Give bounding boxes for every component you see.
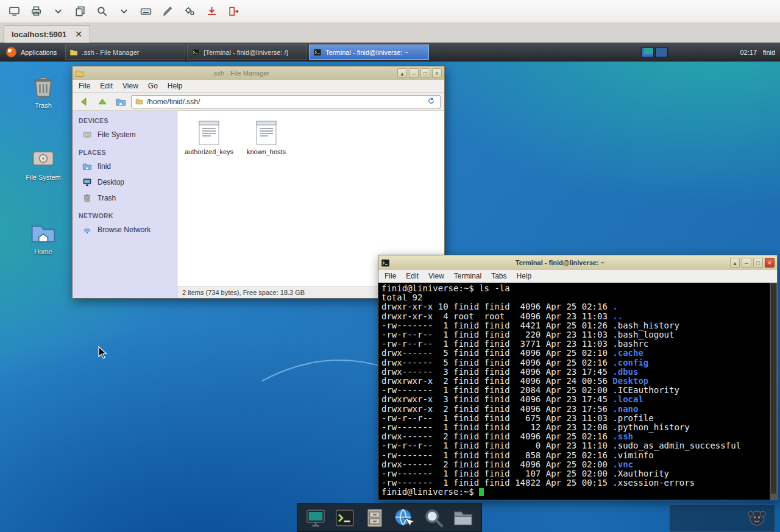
zoom-icon[interactable] (93, 2, 111, 21)
close-icon[interactable]: × (432, 68, 442, 78)
shade-icon[interactable]: ▴ (730, 258, 740, 268)
menu-item-view[interactable]: View (122, 82, 138, 90)
menu-item-file[interactable]: File (385, 272, 396, 280)
terminal-output-line: -rw------- 1 finid finid 2084 Apr 25 02:… (381, 386, 767, 395)
terminal-titlebar[interactable]: Terminal - finid@liniverse: ~ ▴–□× (378, 255, 777, 270)
browser-icon[interactable] (392, 506, 416, 530)
new-connection-icon[interactable] (27, 2, 45, 21)
menu-item-terminal[interactable]: Terminal (454, 272, 481, 280)
files-icon[interactable] (452, 506, 475, 530)
task-label: [Terminal - finid@liniverse: /] (204, 49, 288, 56)
sidebar-item-desktop[interactable]: Desktop (73, 174, 177, 190)
menu-item-edit[interactable]: Edit (100, 82, 113, 90)
chevron-down-icon[interactable] (115, 2, 133, 21)
terminal-output-line: -rw-r--r-- 1 finid finid 220 Apr 23 11:0… (381, 330, 767, 339)
minimize-icon[interactable]: – (409, 68, 419, 78)
scrollbar-thumb[interactable] (771, 283, 776, 494)
maximize-icon[interactable]: □ (753, 258, 763, 268)
workspace-2[interactable] (655, 48, 668, 57)
applications-menu[interactable]: Applications (0, 43, 63, 62)
workspace-1[interactable] (641, 48, 654, 57)
keyboard-icon[interactable] (136, 2, 155, 21)
menu-item-view[interactable]: View (428, 272, 444, 280)
terminal-prompt: finid@liniverse:~$ (381, 283, 474, 293)
terminal-icon (381, 258, 390, 268)
menu-item-help[interactable]: Help (517, 272, 532, 280)
file-manager-titlebar[interactable]: .ssh - File Manager ▴–□× (73, 66, 444, 80)
taskbar-item[interactable]: .ssh - File Manager (65, 44, 185, 60)
sidebar-item-browse-network[interactable]: Browse Network (73, 222, 177, 238)
taskbar-item[interactable]: [Terminal - finid@liniverse: /] (187, 44, 307, 60)
desktop-icon-file-system[interactable]: File System (18, 145, 68, 181)
terminal-title: Terminal - finid@liniverse: ~ (392, 259, 728, 266)
trash-icon (82, 193, 92, 203)
home-button[interactable] (113, 94, 129, 109)
terminal-filename: .. (612, 311, 623, 321)
duplicate-icon[interactable] (71, 2, 89, 21)
taskbar-item[interactable]: Terminal - finid@liniverse: ~ (309, 44, 429, 60)
workspace-switcher[interactable] (641, 48, 668, 57)
file-item[interactable]: authorized_keys (182, 121, 236, 155)
desktop-icon-trash[interactable]: Trash (18, 73, 68, 109)
vnc-viewer-toolbar (0, 0, 780, 23)
terminal-filename: . (612, 302, 617, 311)
screen: localhost:5901 ✕ Applications .ssh - Fil… (0, 0, 780, 532)
terminal-filename: .bash_history (612, 321, 679, 330)
filecabinet-icon[interactable] (363, 506, 386, 530)
refresh-icon[interactable] (427, 97, 436, 106)
mouse-cursor (98, 346, 110, 360)
up-button[interactable] (94, 94, 110, 109)
terminal-scrollbar[interactable] (770, 283, 777, 500)
settings-icon[interactable] (180, 2, 199, 21)
quit-icon[interactable] (224, 2, 243, 21)
terminal-filename: .sudo_as_admin_successful (612, 441, 741, 450)
shade-icon[interactable]: ▴ (397, 68, 407, 78)
disconnect-icon[interactable] (202, 2, 221, 21)
chevron-down-icon[interactable] (49, 2, 67, 21)
file-manager-title: .ssh - File Manager (87, 69, 395, 77)
terminal-icon[interactable] (333, 506, 356, 530)
task-label: Terminal - finid@liniverse: ~ (325, 49, 408, 56)
close-icon[interactable]: × (765, 258, 775, 268)
remote-desktop[interactable]: Applications .ssh - File Manager[Termina… (0, 43, 780, 532)
terminal-menubar: FileEditViewTerminalTabsHelp (378, 270, 777, 283)
terminal-filename: .python_history (612, 422, 689, 432)
desktop-icon-label: Trash (18, 102, 68, 109)
sidebar-header-places: PLACES (73, 143, 177, 158)
terminal-viewport[interactable]: finid@liniverse:~$ ls -latotal 92drwxr-x… (378, 283, 770, 500)
menu-item-file[interactable]: File (79, 82, 90, 90)
desktop-icon-home[interactable]: Home (18, 219, 68, 255)
folder-icon (69, 48, 78, 57)
top-panel: Applications .ssh - File Manager[Termina… (0, 43, 780, 62)
tools-icon[interactable] (158, 2, 177, 21)
sidebar-item-finid[interactable]: finid (73, 158, 177, 174)
terminal-output-line: -rw------- 1 finid finid 4421 Apr 25 01:… (381, 321, 767, 330)
minimize-icon[interactable]: – (742, 258, 751, 268)
sidebar-item-trash[interactable]: Trash (73, 190, 177, 206)
terminal-output-line: -rw------- 1 finid finid 107 Apr 25 02:0… (381, 469, 767, 478)
clock: 02:17 (740, 49, 757, 56)
tab-localhost-5901[interactable]: localhost:5901 ✕ (4, 25, 90, 43)
menu-item-edit[interactable]: Edit (406, 272, 419, 280)
folder-icon (135, 98, 143, 105)
search-icon[interactable] (422, 506, 445, 530)
terminal-filename: .nano (612, 404, 638, 414)
sidebar-item-label: Desktop (98, 178, 124, 186)
screensaver-icon[interactable] (304, 506, 327, 530)
file-item[interactable]: known_hosts (239, 121, 293, 155)
file-name: known_hosts (239, 148, 293, 155)
back-button[interactable] (76, 94, 92, 109)
maximize-icon[interactable]: □ (420, 68, 430, 78)
path-bar[interactable]: /home/finid/.ssh/ (131, 95, 441, 108)
sidebar-item-file-system[interactable]: File System (73, 127, 177, 143)
taskbar: .ssh - File Manager[Terminal - finid@lin… (65, 43, 636, 62)
tab-close-icon[interactable]: ✕ (75, 29, 82, 39)
terminal-window: Terminal - finid@liniverse: ~ ▴–□× FileE… (378, 255, 778, 500)
terminal-filename: .dbus (612, 367, 638, 377)
path-value: /home/finid/.ssh/ (147, 98, 424, 106)
text-file-icon (199, 121, 219, 145)
menu-item-go[interactable]: Go (148, 82, 158, 90)
menu-item-help[interactable]: Help (168, 82, 183, 90)
connect-icon[interactable] (5, 2, 23, 21)
menu-item-tabs[interactable]: Tabs (491, 272, 506, 280)
